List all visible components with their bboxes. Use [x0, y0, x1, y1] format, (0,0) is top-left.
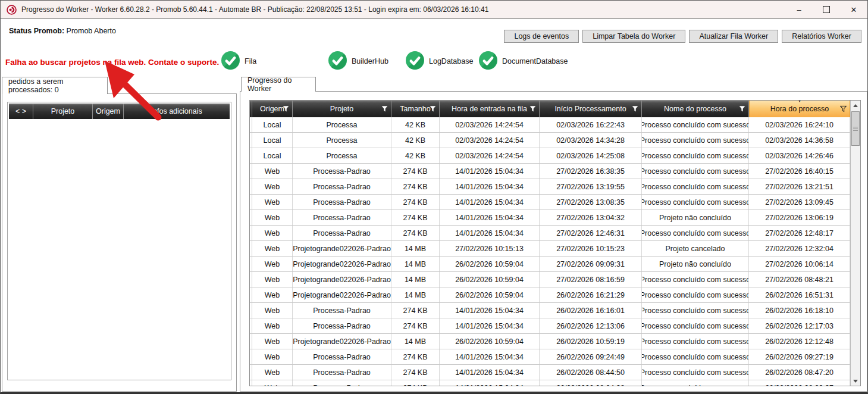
table-cell[interactable]: 14 MB — [391, 241, 440, 256]
table-cell[interactable]: Processo concluído com sucesso — [642, 179, 749, 194]
table-row[interactable]: WebProcessa-Padrao274 KB14/01/2026 15:04… — [250, 380, 850, 386]
table-cell[interactable]: Processa-Padrao — [293, 179, 391, 194]
table-cell[interactable]: 27/02/2026 12:46:31 — [540, 226, 642, 240]
table-cell[interactable]: 274 KB — [391, 226, 440, 240]
table-row[interactable]: LocalProcessa42 KB02/03/2026 14:24:5402/… — [250, 148, 850, 164]
table-cell[interactable]: Web — [252, 164, 293, 179]
table-row[interactable]: WebProjetogrande022026-Padrao14 MB26/02/… — [250, 257, 850, 272]
table-cell[interactable]: Web — [252, 334, 293, 349]
table-cell[interactable]: Processo concluído com sucesso — [642, 287, 749, 302]
toolbar-button[interactable]: Limpar Tabela do Worker — [582, 30, 685, 43]
table-cell[interactable]: 26/02/2026 10:59:04 — [440, 257, 540, 271]
table-cell[interactable]: Processo concluído com sucesso — [642, 226, 749, 240]
table-row[interactable]: WebProcessa-Padrao274 KB14/01/2026 15:04… — [250, 195, 850, 210]
table-cell[interactable]: Projeto cancelado — [642, 241, 749, 256]
table-cell[interactable]: Processa-Padrao — [293, 226, 391, 240]
table-row[interactable]: WebProcessa-Padrao274 KB14/01/2026 15:04… — [250, 164, 850, 179]
table-cell[interactable]: Processo concluído com sucesso — [642, 334, 749, 349]
table-row[interactable]: WebProcessa-Padrao274 KB14/01/2026 15:04… — [250, 179, 850, 195]
table-row[interactable]: WebProcessa-Padrao274 KB14/01/2026 15:04… — [250, 210, 850, 226]
table-cell[interactable]: 26/02/2026 16:16:01 — [540, 303, 642, 318]
column-header[interactable]: Nome do processo — [642, 101, 749, 117]
table-cell[interactable]: 26/02/2026 10:59:04 — [440, 334, 540, 349]
table-cell[interactable]: Processo concluído com sucesso — [642, 380, 749, 386]
table-cell[interactable]: 274 KB — [391, 365, 440, 380]
table-cell[interactable]: 27/02/2026 10:15:23 — [540, 241, 642, 256]
table-cell[interactable]: 27/02/2026 08:48:21 — [749, 272, 850, 287]
table-cell[interactable]: Projetogrande022026-Padrao — [293, 287, 391, 302]
table-cell[interactable]: 274 KB — [391, 318, 440, 333]
table-cell[interactable]: 14 MB — [391, 287, 440, 302]
table-cell[interactable]: 274 KB — [391, 164, 440, 179]
table-cell[interactable]: Web — [252, 226, 293, 240]
table-cell[interactable]: 14 MB — [391, 334, 440, 349]
filter-icon[interactable] — [381, 106, 388, 112]
table-cell[interactable]: 02/03/2026 14:26:46 — [749, 148, 850, 163]
table-cell[interactable]: Web — [252, 241, 293, 256]
toolbar-button[interactable]: Relatórios Worker — [782, 30, 861, 43]
table-cell[interactable]: 26/02/2026 10:59:19 — [540, 334, 642, 349]
table-cell[interactable]: Processo concluído com sucesso — [642, 117, 749, 132]
table-cell[interactable]: Processo concluído com sucesso — [642, 164, 749, 179]
table-cell[interactable]: 26/02/2026 10:59:04 — [440, 287, 540, 302]
table-cell[interactable]: Local — [252, 133, 293, 148]
table-cell[interactable]: 14/01/2026 15:04:34 — [440, 179, 540, 194]
table-cell[interactable]: 14/01/2026 15:04:34 — [440, 210, 540, 225]
table-cell[interactable]: 26/02/2026 08:44:50 — [540, 365, 642, 380]
pedidos-grid-body[interactable] — [9, 119, 230, 378]
table-cell[interactable]: Local — [252, 148, 293, 163]
table-cell[interactable]: Processo concluído com sucesso — [642, 133, 749, 148]
table-cell[interactable]: Processa — [293, 148, 391, 163]
table-cell[interactable]: 14/01/2026 15:04:34 — [440, 164, 540, 179]
table-cell[interactable]: 02/03/2026 16:22:43 — [540, 117, 642, 132]
table-cell[interactable]: Projetogrande022026-Padrao — [293, 257, 391, 271]
table-cell[interactable]: Processo concluído com sucesso — [642, 303, 749, 318]
filter-icon[interactable] — [840, 106, 847, 112]
table-cell[interactable]: 274 KB — [391, 303, 440, 318]
table-cell[interactable]: Web — [252, 257, 293, 271]
table-cell[interactable]: Web — [252, 365, 293, 380]
table-cell[interactable]: Local — [252, 117, 293, 132]
table-cell[interactable]: 27/02/2026 16:38:35 — [540, 164, 642, 179]
table-cell[interactable]: 27/02/2026 13:04:32 — [540, 210, 642, 225]
table-cell[interactable]: Processa-Padrao — [293, 303, 391, 318]
table-cell[interactable]: 274 KB — [391, 179, 440, 194]
table-cell[interactable]: Web — [252, 272, 293, 287]
table-row[interactable]: WebProcessa-Padrao274 KB14/01/2026 15:04… — [250, 349, 850, 365]
table-cell[interactable]: Processa-Padrao — [293, 210, 391, 225]
table-cell[interactable]: 274 KB — [391, 380, 440, 386]
toolbar-button[interactable]: Logs de eventos — [504, 30, 579, 43]
table-cell[interactable]: Processa-Padrao — [293, 349, 391, 364]
table-cell[interactable]: Projetogrande022026-Padrao — [293, 334, 391, 349]
table-cell[interactable]: 27/02/2026 13:19:55 — [540, 179, 642, 194]
table-cell[interactable]: Projeto não concluído — [642, 210, 749, 225]
table-cell[interactable]: Web — [252, 210, 293, 225]
table-cell[interactable]: 26/02/2026 12:12:48 — [749, 334, 850, 349]
table-cell[interactable]: Processo concluído com sucesso — [642, 318, 749, 333]
table-cell[interactable]: 02/03/2026 14:34:28 — [540, 133, 642, 148]
table-cell[interactable]: 274 KB — [391, 210, 440, 225]
table-cell[interactable]: Processo concluído com sucesso — [642, 272, 749, 287]
table-cell[interactable]: Web — [252, 195, 293, 209]
table-row[interactable]: LocalProcessa42 KB02/03/2026 14:24:5402/… — [250, 117, 850, 133]
toolbar-button[interactable]: Atualizar Fila Worker — [689, 30, 778, 43]
table-cell[interactable]: 27/02/2026 13:09:45 — [749, 195, 850, 209]
maximize-button[interactable] — [813, 1, 840, 18]
filter-icon[interactable] — [739, 106, 745, 112]
table-cell[interactable]: 26/02/2026 12:17:03 — [749, 318, 850, 333]
table-row[interactable]: WebProjetogrande022026-Padrao14 MB26/02/… — [250, 334, 850, 349]
filter-icon[interactable] — [283, 106, 289, 112]
table-row[interactable]: WebProjetogrande022026-Padrao14 MB26/02/… — [250, 287, 850, 303]
table-cell[interactable]: 42 KB — [391, 133, 440, 148]
table-cell[interactable]: 274 KB — [391, 349, 440, 364]
column-header[interactable]: Origem — [252, 101, 293, 117]
close-button[interactable]: ✕ — [840, 1, 867, 18]
minimize-button[interactable]: – — [785, 1, 813, 18]
table-cell[interactable]: Processo concluído com sucesso — [642, 148, 749, 163]
table-cell[interactable]: 26/02/2026 08:24:38 — [540, 380, 642, 386]
column-header[interactable]: Tamanho — [391, 101, 440, 117]
tab-progresso[interactable]: Progresso do Worker — [241, 77, 316, 92]
column-header[interactable]: Início Processamento — [540, 101, 642, 117]
table-cell[interactable]: 14/01/2026 15:04:34 — [440, 349, 540, 364]
table-cell[interactable]: 02/03/2026 14:24:54 — [440, 148, 540, 163]
